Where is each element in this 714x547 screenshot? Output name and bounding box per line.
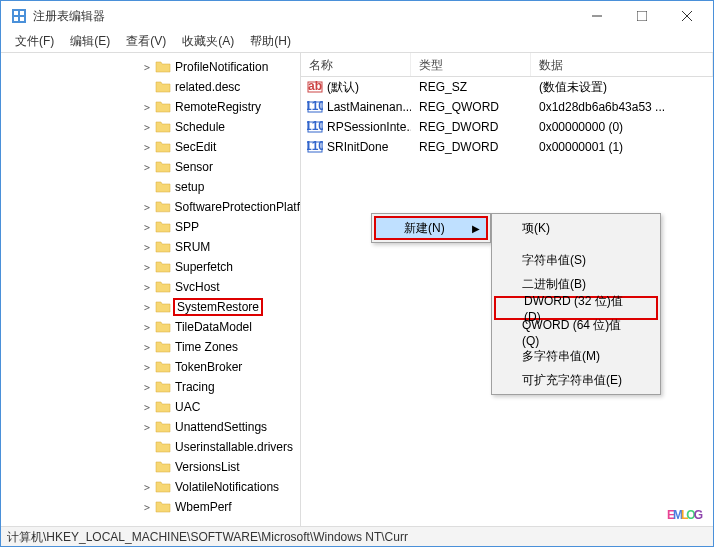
- tree-label: WbemPerf: [175, 500, 232, 514]
- tree-label: VolatileNotifications: [175, 480, 279, 494]
- watermark: EMLOG: [667, 508, 701, 522]
- expand-icon[interactable]: >: [141, 61, 153, 73]
- tree-item[interactable]: >UAC: [1, 397, 300, 417]
- expand-icon[interactable]: >: [141, 381, 153, 393]
- expand-icon[interactable]: >: [141, 401, 153, 413]
- expand-icon[interactable]: [141, 461, 153, 473]
- expand-icon[interactable]: [141, 81, 153, 93]
- tree-label: Tracing: [175, 380, 215, 394]
- tree-item[interactable]: >SystemRestore: [1, 297, 300, 317]
- folder-icon: [155, 419, 171, 435]
- folder-icon: [155, 259, 171, 275]
- tree-item[interactable]: >Superfetch: [1, 257, 300, 277]
- col-name[interactable]: 名称: [301, 53, 411, 76]
- minimize-button[interactable]: [574, 1, 619, 31]
- expand-icon[interactable]: >: [141, 201, 153, 213]
- expand-icon[interactable]: >: [141, 421, 153, 433]
- tree-label: VersionsList: [175, 460, 240, 474]
- folder-icon: [155, 499, 171, 515]
- expand-icon[interactable]: >: [141, 501, 153, 513]
- ctx-new[interactable]: 新建(N) ▶: [374, 216, 488, 240]
- tree-item[interactable]: >SPP: [1, 217, 300, 237]
- value-data: (数值未设置): [531, 79, 713, 96]
- tree-item[interactable]: >SRUM: [1, 237, 300, 257]
- expand-icon[interactable]: >: [141, 141, 153, 153]
- expand-icon[interactable]: >: [141, 241, 153, 253]
- list-row[interactable]: 110SRInitDoneREG_DWORD0x00000001 (1): [301, 137, 713, 157]
- ctx-string[interactable]: 字符串值(S): [494, 248, 658, 272]
- folder-icon: [155, 399, 171, 415]
- tree-item[interactable]: >Time Zones: [1, 337, 300, 357]
- tree-item[interactable]: >Sensor: [1, 157, 300, 177]
- expand-icon[interactable]: >: [141, 281, 153, 293]
- tree-item[interactable]: >RemoteRegistry: [1, 97, 300, 117]
- list-row[interactable]: ab(默认)REG_SZ(数值未设置): [301, 77, 713, 97]
- folder-icon: [155, 279, 171, 295]
- tree-item[interactable]: setup: [1, 177, 300, 197]
- menu-favorites[interactable]: 收藏夹(A): [174, 31, 242, 52]
- tree-item[interactable]: >SoftwareProtectionPlatf: [1, 197, 300, 217]
- tree-item[interactable]: >TileDataModel: [1, 317, 300, 337]
- context-submenu: 项(K) 字符串值(S) 二进制值(B) DWORD (32 位)值(D) QW…: [491, 213, 661, 395]
- svg-rect-4: [20, 17, 24, 21]
- expand-icon[interactable]: >: [141, 101, 153, 113]
- expand-icon[interactable]: [141, 441, 153, 453]
- expand-icon[interactable]: >: [141, 481, 153, 493]
- col-type[interactable]: 类型: [411, 53, 531, 76]
- expand-icon[interactable]: >: [141, 341, 153, 353]
- value-name: LastMainenan...: [327, 100, 411, 114]
- ctx-expandstr[interactable]: 可扩充字符串值(E): [494, 368, 658, 392]
- expand-icon[interactable]: >: [141, 261, 153, 273]
- tree-item[interactable]: >ProfileNotification: [1, 57, 300, 77]
- expand-icon[interactable]: >: [141, 121, 153, 133]
- menu-file[interactable]: 文件(F): [7, 31, 62, 52]
- value-type: REG_SZ: [411, 80, 531, 94]
- maximize-button[interactable]: [619, 1, 664, 31]
- folder-icon: [155, 359, 171, 375]
- tree-label: TileDataModel: [175, 320, 252, 334]
- tree-item[interactable]: Userinstallable.drivers: [1, 437, 300, 457]
- expand-icon[interactable]: >: [141, 161, 153, 173]
- tree-item[interactable]: >TokenBroker: [1, 357, 300, 377]
- tree-item[interactable]: >SecEdit: [1, 137, 300, 157]
- tree-item[interactable]: >SvcHost: [1, 277, 300, 297]
- tree-item[interactable]: >VolatileNotifications: [1, 477, 300, 497]
- list-row[interactable]: 110LastMainenan...REG_QWORD0x1d28db6a6b4…: [301, 97, 713, 117]
- ctx-key[interactable]: 项(K): [494, 216, 658, 240]
- close-button[interactable]: [664, 1, 709, 31]
- ctx-qword[interactable]: QWORD (64 位)值(Q): [494, 320, 658, 344]
- tree-label: SystemRestore: [173, 298, 263, 316]
- folder-icon: [155, 99, 171, 115]
- folder-icon: [155, 179, 171, 195]
- tree-item[interactable]: >Tracing: [1, 377, 300, 397]
- folder-icon: [155, 239, 171, 255]
- binary-icon: 110: [307, 99, 323, 115]
- tree-label: ProfileNotification: [175, 60, 268, 74]
- tree-item[interactable]: >WbemPerf: [1, 497, 300, 517]
- list-header: 名称 类型 数据: [301, 53, 713, 77]
- expand-icon[interactable]: >: [141, 361, 153, 373]
- tree-label: setup: [175, 180, 204, 194]
- expand-icon[interactable]: [141, 181, 153, 193]
- tree-item[interactable]: >Schedule: [1, 117, 300, 137]
- expand-icon[interactable]: >: [141, 301, 153, 313]
- tree-item[interactable]: >UnattendSettings: [1, 417, 300, 437]
- menu-help[interactable]: 帮助(H): [242, 31, 299, 52]
- menu-edit[interactable]: 编辑(E): [62, 31, 118, 52]
- tree-pane[interactable]: >ProfileNotificationrelated.desc>RemoteR…: [1, 53, 301, 527]
- expand-icon[interactable]: >: [141, 321, 153, 333]
- ctx-multistr[interactable]: 多字符串值(M): [494, 344, 658, 368]
- col-data[interactable]: 数据: [531, 53, 713, 76]
- menu-view[interactable]: 查看(V): [118, 31, 174, 52]
- expand-icon[interactable]: >: [141, 221, 153, 233]
- folder-icon: [155, 159, 171, 175]
- list-row[interactable]: 110RPSessionInte...REG_DWORD0x00000000 (…: [301, 117, 713, 137]
- folder-icon: [155, 379, 171, 395]
- context-menu: 新建(N) ▶: [371, 213, 491, 243]
- tree-label: Sensor: [175, 160, 213, 174]
- folder-icon: [155, 319, 171, 335]
- tree-item[interactable]: related.desc: [1, 77, 300, 97]
- svg-text:110: 110: [307, 119, 323, 133]
- tree-label: UAC: [175, 400, 200, 414]
- tree-item[interactable]: VersionsList: [1, 457, 300, 477]
